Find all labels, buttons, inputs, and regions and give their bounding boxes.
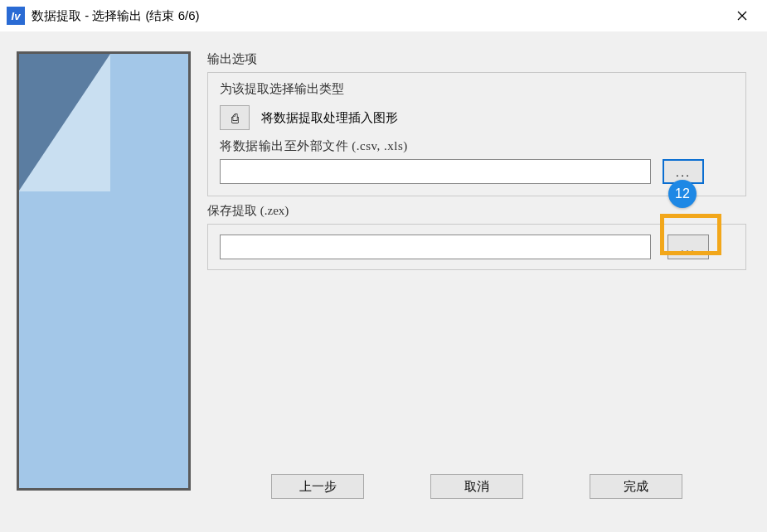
wizard-buttons: 上一步 取消 完成 xyxy=(207,474,746,499)
finish-button[interactable]: 完成 xyxy=(590,474,682,499)
insert-label: 将数据提取处理插入图形 xyxy=(261,110,398,126)
output-options-label: 输出选项 xyxy=(207,51,746,67)
insert-row: ⎙ 将数据提取处理插入图形 xyxy=(220,105,734,130)
back-button[interactable]: 上一步 xyxy=(271,474,364,499)
save-extract-label: 保存提取 (.zex) xyxy=(207,203,746,219)
export-path-input[interactable] xyxy=(220,159,651,184)
annotation-badge: 12 xyxy=(668,180,697,208)
export-field-label: 将数据输出至外部文件 (.csv, .xls) xyxy=(220,138,734,154)
output-options-body: 为该提取选择输出类型 ⎙ 将数据提取处理插入图形 将数据输出至外部文件 (.cs… xyxy=(207,72,746,196)
save-extract-group: 保存提取 (.zex) ... xyxy=(207,203,746,270)
wizard-body: 输出选项 为该提取选择输出类型 ⎙ 将数据提取处理插入图形 将数据输出至外部文件… xyxy=(0,31,767,532)
preview-panel xyxy=(17,51,191,491)
save-extract-body: ... xyxy=(207,224,746,270)
close-button[interactable] xyxy=(726,3,759,28)
output-subtitle: 为该提取选择输出类型 xyxy=(220,81,734,97)
cancel-button[interactable]: 取消 xyxy=(430,474,523,499)
options-area: 输出选项 为该提取选择输出类型 ⎙ 将数据提取处理插入图形 将数据输出至外部文件… xyxy=(207,51,746,277)
insert-icon: ⎙ xyxy=(231,111,239,125)
window-title: 数据提取 - 选择输出 (结束 6/6) xyxy=(32,8,726,24)
save-browse-button[interactable]: ... xyxy=(667,235,709,259)
save-path-input[interactable] xyxy=(220,235,651,259)
page-curl-icon xyxy=(19,54,110,191)
insert-into-graphic-button[interactable]: ⎙ xyxy=(220,105,250,130)
output-options-group: 输出选项 为该提取选择输出类型 ⎙ 将数据提取处理插入图形 将数据输出至外部文件… xyxy=(207,51,746,196)
close-icon xyxy=(737,11,747,21)
app-icon: Iv xyxy=(7,7,25,25)
titlebar: Iv 数据提取 - 选择输出 (结束 6/6) xyxy=(0,0,767,31)
